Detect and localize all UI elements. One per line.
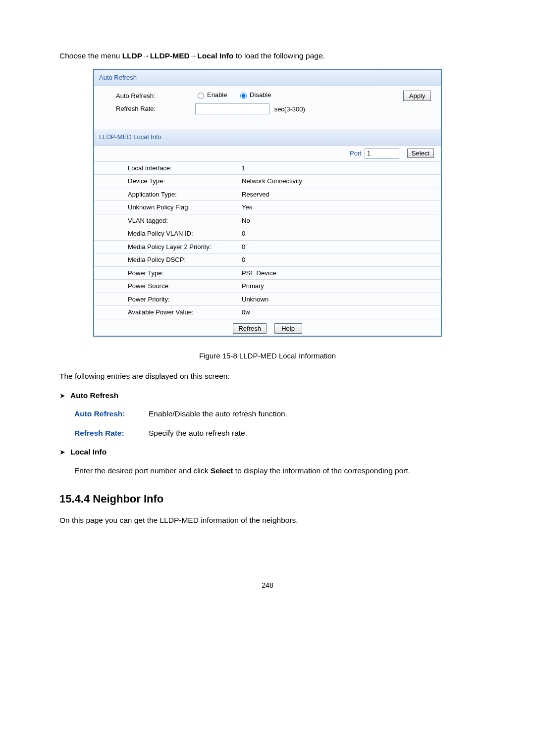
table-row: Unknown Policy Flag:Yes [94,201,441,214]
table-row: Device Type:Network Connectivity [94,174,441,188]
port-input[interactable] [365,148,399,159]
apply-button[interactable]: Apply [403,91,431,101]
disable-radio[interactable] [240,93,247,99]
enable-radio-label[interactable]: Enable [195,90,227,100]
disable-radio-label[interactable]: Disable [238,90,271,100]
help-button[interactable]: Help [274,323,302,334]
lldp-panel: Auto Refresh Auto Refresh: Enable Disabl… [93,69,442,336]
intro-text: Choose the menu LLDP→LLDP-MED→Local Info… [59,50,476,61]
auto-refresh-header: Auto Refresh [94,70,441,86]
table-row: Power Priority:Unknown [94,293,441,306]
select-button[interactable]: Select [407,149,434,158]
page-number: 248 [59,580,476,591]
neighbor-info-heading: 15.4.4 Neighbor Info [59,491,476,507]
auto-refresh-label: Auto Refresh: [116,91,195,101]
figure-caption: Figure 15-8 LLDP-MED Local Information [59,351,476,362]
enable-radio[interactable] [198,93,204,99]
refresh-rate-label: Refresh Rate: [116,104,195,114]
bullet-local-info: ➤ Local Info [59,446,476,457]
local-info-text: Enter the desired port number and click … [74,465,476,476]
local-info-header: LLDP-MED Local Info [94,129,441,146]
refresh-rate-input[interactable] [195,103,269,114]
def-refresh-rate-desc: Specify the auto refresh rate. [149,427,476,439]
table-row: Power Type:PSE Device [94,266,441,280]
neighbor-info-text: On this page you can get the LLDP-MED in… [59,514,476,526]
table-row: Available Power Value:0w [94,305,441,319]
port-label: Port [350,149,362,158]
def-refresh-rate-term: Refresh Rate: [74,427,149,439]
chevron-right-icon: ➤ [59,391,65,401]
table-row: Power Source:Primary [94,279,441,293]
def-auto-refresh-desc: Enable/Disable the auto refresh function… [149,408,476,419]
table-row: Media Policy VLAN ID:0 [94,227,441,240]
table-row: VLAN tagged:No [94,214,441,227]
table-row: Application Type:Reserved [94,188,441,201]
def-auto-refresh-term: Auto Refresh: [74,408,149,419]
refresh-button[interactable]: Refresh [233,323,267,334]
chevron-right-icon: ➤ [59,447,65,457]
table-row: Local Interface:1 [94,161,441,175]
entries-text: The following entries are displayed on t… [59,370,476,382]
table-row: Media Policy Layer 2 Priority:0 [94,240,441,253]
bullet-auto-refresh: ➤ Auto Refresh [59,390,476,401]
table-row: Media Policy DSCP:0 [94,253,441,266]
